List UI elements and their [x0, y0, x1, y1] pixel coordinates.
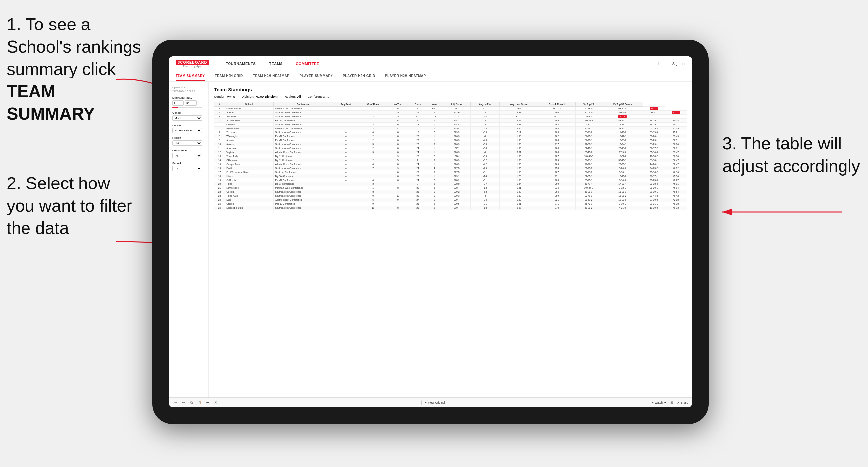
table-row: 15Georgia TechAtlantic Coast Conference–…: [214, 162, 687, 166]
tab-team-h2h-heatmap[interactable]: TEAM H2H HEATMAP: [253, 71, 290, 82]
table-row: 13Texas TechBig 12 Conference–19272276-3…: [214, 154, 687, 158]
logo: SCOREBOARD Powered by clippi: [176, 60, 209, 67]
col-avg-low: Avg. Low Score: [499, 102, 538, 107]
tab-player-h2h-grid[interactable]: PLAYER H2H GRID: [343, 71, 375, 82]
table-row: 3VanderbiltSoutheastern Conference–25271…: [214, 115, 687, 119]
redo-icon[interactable]: ↪: [181, 400, 186, 405]
nav-bar: SCOREBOARD Powered by clippi TOURNAMENTS…: [169, 56, 692, 71]
table-area: Team Standings Gender: Men's Division: N…: [209, 82, 692, 398]
standings-table: # School Conference Reg Rank Conf Rank N…: [214, 102, 687, 210]
tab-team-h2h-grid[interactable]: TEAM H2H GRID: [215, 71, 243, 82]
view-original-button[interactable]: 👁View: Original: [421, 400, 447, 405]
copy-icon[interactable]: ⧉: [189, 400, 194, 405]
table-row: 26Mississippi StateSoutheastern Conferen…: [214, 206, 687, 210]
paste-icon[interactable]: 📋: [197, 400, 202, 405]
sidebar-gender: Gender Men's: [172, 111, 205, 121]
rank-slider[interactable]: [172, 107, 202, 108]
col-overall-record: Overall Record: [538, 102, 575, 107]
undo-icon[interactable]: ↩: [173, 400, 178, 405]
sidebar-min-rank: Minimum Rou...: [172, 96, 205, 108]
table-row: 6Florida StateAtlantic Coast Conference–…: [214, 126, 687, 130]
more-icon[interactable]: •••: [205, 400, 210, 405]
table-row: 10AlabamaSoutheastern Conference–5823327…: [214, 143, 687, 146]
region-select[interactable]: N/A: [172, 141, 202, 146]
nav-teams[interactable]: TEAMS: [269, 62, 282, 66]
col-rnds: Rnds: [409, 102, 426, 107]
col-wins: Wins: [426, 102, 443, 107]
share-button[interactable]: ↗Share: [677, 401, 688, 404]
sidebar: Update time: 27/03/2024 16:56:26 Minimum…: [169, 82, 209, 398]
table-row: 23Texas A&MSoutheastern Conference–91030…: [214, 194, 687, 198]
arrow-3-icon: [716, 192, 848, 225]
main-content: Update time: 27/03/2024 16:56:26 Minimum…: [169, 82, 692, 398]
table-row: 20TexasBig 12 Conference–3770278.8-0.71.…: [214, 182, 687, 186]
table-row: 21New MexicoMountain West Conference–183…: [214, 186, 687, 190]
col-vs-top50-pts: Vs Top 50 Points: [602, 102, 643, 107]
division-select[interactable]: NCAA Division I: [172, 128, 202, 133]
sidebar-division: Division NCAA Division I: [172, 124, 205, 133]
col-reg-rank: Reg Rank: [333, 102, 359, 107]
col-no-tour: No Tour: [387, 102, 409, 107]
min-rank-to-input[interactable]: [185, 100, 197, 106]
col-rank: #: [214, 102, 225, 107]
tab-player-h2h-heatmap[interactable]: PLAYER H2H HEATMAP: [385, 71, 426, 82]
sidebar-school: School (All): [172, 162, 205, 171]
col-vs-top25: Vs Top 25: [576, 102, 602, 107]
table-row: 16FloridaSoutheastern Conference–7924427…: [214, 166, 687, 170]
table-row: 22GeorgiaSoutheastern Conference–8721127…: [214, 190, 687, 194]
col-school: School: [225, 102, 274, 107]
tab-player-summary[interactable]: PLAYER SUMMARY: [299, 71, 333, 82]
table-row: 11ArkansasSoutheastern Conference–282412…: [214, 146, 687, 150]
table-row: 2AuburnSoutheastern Conference–19276273.…: [214, 111, 687, 115]
tab-team-summary[interactable]: TEAM SUMMARY: [176, 71, 205, 82]
table-row: 8WashingtonPac-12 Conference–28231276.3-…: [214, 134, 687, 138]
table-row: 17East Tennessee StateSouthern Conferenc…: [214, 170, 687, 174]
logo-bottom: Powered by clippi: [183, 65, 202, 67]
sidebar-region: Region N/A: [172, 136, 205, 146]
table-row: 1North CarolinaAtlantic Coast Conference…: [214, 107, 687, 111]
table-row: 24DukeAtlantic Coast Conference–59271279…: [214, 198, 687, 202]
table-row: 4Arizona StatePac-12 Conference–12640274…: [214, 119, 687, 123]
sidebar-update-time: Update time: 27/03/2024 16:56:26: [172, 86, 205, 93]
nav-committee[interactable]: COMMITTEE: [296, 62, 319, 66]
table-row: 5Ole MissSoutheastern Conference–3618127…: [214, 123, 687, 126]
table-row: 9ArizonaPac-12 Conference–28231276.3-4.6…: [214, 138, 687, 143]
table-row: 14OklahomaBig 12 Conference–22420276.9-6…: [214, 158, 687, 162]
table-row: 19CaliforniaPac-12 Conference–48242278.2…: [214, 178, 687, 182]
col-conf-rank: Conf Rank: [359, 102, 387, 107]
grid-icon[interactable]: ⊞: [669, 400, 674, 405]
school-select[interactable]: (All): [172, 165, 202, 171]
table-row: 25OregonPac-12 Conference–97210279.5-3.1…: [214, 202, 687, 206]
table-row: 7TennesseeSoutheastern Conference–481622…: [214, 130, 687, 134]
tablet-device: SCOREBOARD Powered by clippi TOURNAMENTS…: [152, 40, 709, 424]
min-rank-from-input[interactable]: [172, 100, 184, 106]
gender-select[interactable]: Men's: [172, 115, 202, 121]
nav-tournaments[interactable]: TOURNAMENTS: [225, 62, 256, 66]
watch-button[interactable]: 👁Watch▼: [651, 401, 666, 404]
tablet-screen: SCOREBOARD Powered by clippi TOURNAMENTS…: [169, 56, 692, 407]
bottom-bar: ↩ ↪ ⧉ 📋 ••• 🕐 👁View: Original 👁Watch▼ ⊞ …: [169, 398, 692, 407]
sub-nav: TEAM SUMMARY TEAM H2H GRID TEAM H2H HEAT…: [169, 71, 692, 82]
table-row: 12VirginiaAtlantic Coast Conference–3824…: [214, 150, 687, 154]
clock-icon[interactable]: 🕐: [213, 400, 218, 405]
logo-top: SCOREBOARD: [176, 60, 209, 65]
conference-select[interactable]: (All): [172, 153, 202, 158]
table-title: Team Standings: [214, 87, 687, 92]
col-avg-par: Avg. to Par: [471, 102, 499, 107]
sidebar-conference: Conference (All): [172, 149, 205, 158]
col-conference: Conference: [274, 102, 333, 107]
table-row: 18IllinoisBig Ten Conference–18231279.1-…: [214, 174, 687, 178]
col-adj-score: Adj. Score: [443, 102, 470, 107]
table-filters: Gender: Men's Division: NCAA Division I …: [214, 95, 687, 98]
sign-out-button[interactable]: Sign out: [672, 62, 685, 66]
instruction-3: 3. The table will adjust accordingly: [722, 132, 861, 177]
